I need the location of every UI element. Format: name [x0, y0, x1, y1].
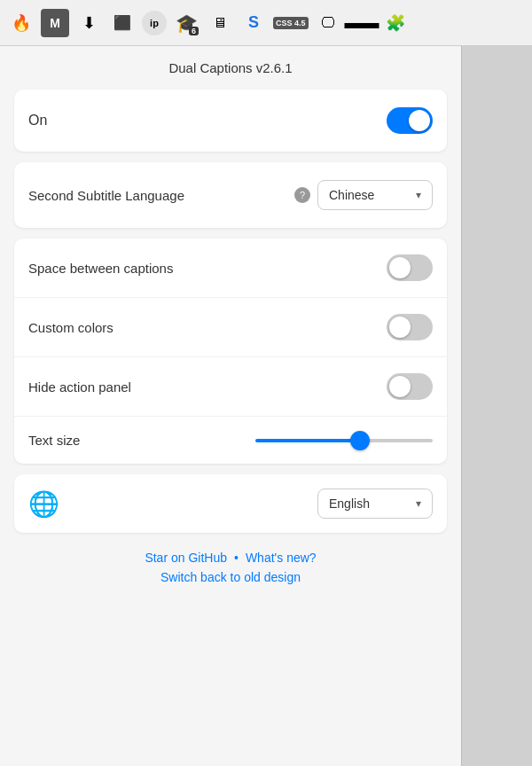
text-size-label: Text size: [28, 433, 80, 448]
hide-action-toggle[interactable]: [387, 373, 433, 400]
lang-card: 🌐 English ▾: [14, 474, 447, 533]
chip-icon[interactable]: ⬛: [108, 9, 137, 37]
switch-back-link[interactable]: Switch back to old design: [160, 570, 301, 584]
m-icon[interactable]: M: [41, 9, 69, 37]
custom-colors-row: Custom colors: [14, 298, 447, 357]
badge-count: 6: [189, 27, 199, 35]
ip-icon[interactable]: ip: [142, 11, 167, 35]
ui-language-select-btn[interactable]: English ▾: [317, 489, 433, 519]
monitor-icon[interactable]: 🖵: [314, 9, 342, 37]
fire-icon[interactable]: 🔥: [7, 9, 35, 37]
s-icon[interactable]: S: [239, 9, 268, 37]
space-captions-row: Space between captions: [14, 238, 447, 298]
dot-separator: •: [234, 551, 239, 565]
right-bar: [461, 46, 532, 766]
subtitle-lang-card: Second Subtitle Language ? Chinese ▾: [14, 162, 447, 228]
toggle-thumb-on: [409, 110, 430, 131]
space-captions-toggle[interactable]: [387, 254, 433, 281]
on-label: On: [28, 113, 47, 129]
on-toggle[interactable]: [387, 107, 433, 134]
space-captions-label: Space between captions: [28, 261, 173, 276]
subtitle-lang-label: Second Subtitle Language: [28, 188, 287, 203]
panel-wrapper: Dual Captions v2.6.1 On Second Subtitle …: [0, 46, 532, 766]
help-icon[interactable]: ?: [294, 187, 310, 203]
chevron-down-icon: ▾: [416, 189, 421, 201]
lang-row: Second Subtitle Language ? Chinese ▾: [28, 162, 433, 228]
footer: Star on GitHub • What's new? Switch back…: [14, 543, 447, 598]
slider-icon[interactable]: ▬▬: [348, 9, 376, 37]
grad-icon[interactable]: 🎓 6: [172, 9, 200, 37]
on-card: On: [14, 90, 447, 152]
star-github-link[interactable]: Star on GitHub: [145, 551, 227, 565]
toggle-thumb-off-3: [389, 376, 411, 397]
hide-action-row: Hide action panel: [14, 357, 447, 417]
selected-ui-language: English: [329, 496, 370, 511]
panel-title: Dual Captions v2.6.1: [14, 60, 447, 75]
settings-card: Space between captions Custom colors H: [14, 238, 447, 464]
css-icon[interactable]: CSS 4.5: [273, 17, 309, 29]
text-size-slider-wrapper: [255, 439, 433, 442]
custom-colors-label: Custom colors: [28, 320, 113, 335]
on-row: On: [28, 90, 433, 152]
chevron-down-icon-2: ▾: [416, 497, 421, 510]
selected-language: Chinese: [329, 188, 374, 202]
toolbar: 🔥 M ⬇ ⬛ ip 🎓 6 🖥 S CSS 4.5 🖵 ▬▬ 🧩: [0, 0, 532, 46]
text-size-row: Text size: [14, 417, 447, 464]
screen-icon[interactable]: 🖥: [206, 9, 234, 37]
text-size-slider[interactable]: [255, 439, 433, 442]
toggle-thumb-off-2: [389, 317, 411, 338]
download-icon[interactable]: ⬇: [74, 9, 103, 37]
custom-colors-toggle[interactable]: [387, 314, 433, 340]
puzzle-icon[interactable]: 🧩: [381, 9, 410, 37]
language-select-btn[interactable]: Chinese ▾: [317, 180, 433, 210]
globe-icon: 🌐: [28, 489, 59, 519]
footer-line1: Star on GitHub • What's new?: [145, 551, 316, 565]
whats-new-link[interactable]: What's new?: [246, 551, 317, 565]
main-panel: Dual Captions v2.6.1 On Second Subtitle …: [0, 46, 461, 766]
hide-action-label: Hide action panel: [28, 379, 131, 395]
toggle-thumb-off-1: [389, 257, 411, 278]
